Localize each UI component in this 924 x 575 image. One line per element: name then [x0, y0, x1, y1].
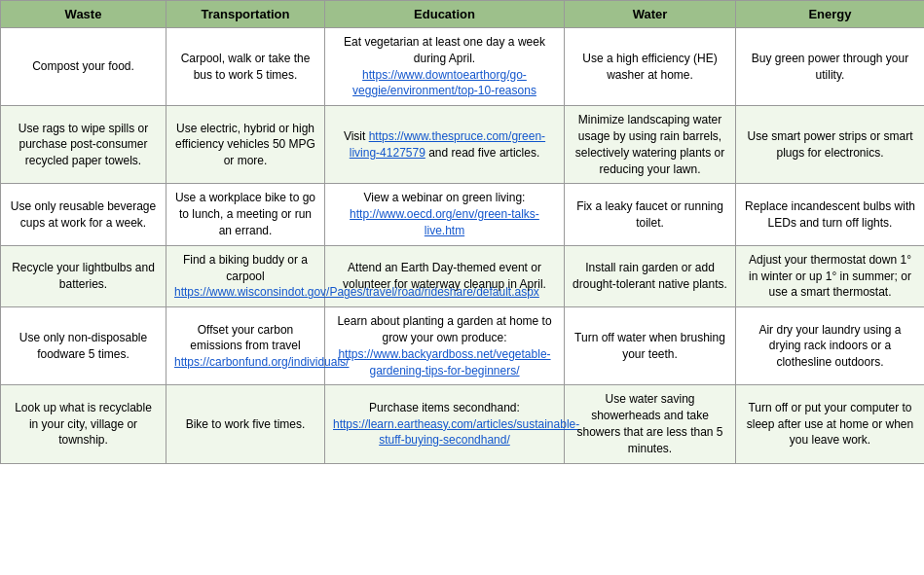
- education-link[interactable]: https://www.thespruce.com/green-living-4…: [350, 129, 545, 160]
- cell-waste: Use only reusable beverage cups at work …: [1, 184, 166, 245]
- table-row: Recycle your lightbulbs and batteries.Fi…: [1, 245, 925, 306]
- cell-water: Use water saving showerheads and take sh…: [565, 385, 736, 463]
- cell-waste: Use only non-disposable foodware 5 times…: [1, 307, 166, 385]
- cell-water: Use a high efficiency (HE) washer at hom…: [565, 28, 736, 106]
- cell-water: Turn off water when brushing your teeth.: [565, 307, 736, 385]
- cell-energy: Use smart power strips or smart plugs fo…: [736, 106, 925, 184]
- cell-education: View a webinar on green living:http://ww…: [325, 184, 565, 245]
- table-row: Use only non-disposable foodware 5 times…: [1, 307, 925, 385]
- cell-waste: Use rags to wipe spills or purchase post…: [1, 106, 166, 184]
- header-energy: Energy: [736, 1, 925, 28]
- cell-waste: Recycle your lightbulbs and batteries.: [1, 245, 166, 306]
- cell-water: Fix a leaky faucet or running toilet.: [565, 184, 736, 245]
- table-row: Look up what is recyclable in your city,…: [1, 385, 925, 463]
- cell-energy: Replace incandescent bulbs with LEDs and…: [736, 184, 925, 245]
- header-water: Water: [565, 1, 736, 28]
- cell-water: Minimize landscaping water usage by usin…: [565, 106, 736, 184]
- cell-education: Eat vegetarian at least one day a week d…: [325, 28, 565, 106]
- cell-transportation: Find a biking buddy or a carpoolhttps://…: [166, 245, 325, 306]
- cell-education: Learn about planting a garden at home to…: [325, 307, 565, 385]
- cell-transportation: Use electric, hybrid or high efficiency …: [166, 106, 325, 184]
- education-link[interactable]: https://www.downtoearthorg/go-veggie/env…: [352, 68, 536, 98]
- cell-energy: Buy green power through your utility.: [736, 28, 925, 106]
- header-education: Education: [325, 1, 565, 28]
- cell-transportation: Carpool, walk or take the bus to work 5 …: [166, 28, 325, 106]
- cell-education: Visit https://www.thespruce.com/green-li…: [325, 106, 565, 184]
- cell-transportation: Use a workplace bike to go to lunch, a m…: [166, 184, 325, 245]
- header-row: Waste Transportation Education Water Ene…: [1, 1, 925, 28]
- transportation-link[interactable]: https://carbonfund.org/individuals/: [174, 355, 349, 369]
- table-row: Compost your food.Carpool, walk or take …: [1, 28, 925, 106]
- main-table: Waste Transportation Education Water Ene…: [0, 0, 924, 464]
- education-link[interactable]: https://www.backyardboss.net/vegetable-g…: [338, 347, 550, 377]
- cell-waste: Look up what is recyclable in your city,…: [1, 385, 166, 463]
- header-waste: Waste: [1, 1, 166, 28]
- table-row: Use only reusable beverage cups at work …: [1, 184, 925, 245]
- cell-transportation: Bike to work five times.: [166, 385, 325, 463]
- cell-energy: Turn off or put your computer to sleep a…: [736, 385, 925, 463]
- cell-waste: Compost your food.: [1, 28, 166, 106]
- header-transportation: Transportation: [166, 1, 325, 28]
- cell-education: Purchase items secondhand:https://learn.…: [325, 385, 565, 463]
- education-link[interactable]: http://www.oecd.org/env/green-talks-live…: [350, 207, 539, 237]
- cell-transportation: Offset your carbon emissions from travel…: [166, 307, 325, 385]
- education-link[interactable]: https://learn.eartheasy.com/articles/sus…: [333, 417, 579, 448]
- cell-water: Install rain garden or add drought-toler…: [565, 245, 736, 306]
- table-row: Use rags to wipe spills or purchase post…: [1, 106, 925, 184]
- cell-energy: Adjust your thermostat down 1° in winter…: [736, 245, 925, 306]
- cell-energy: Air dry your laundry using a drying rack…: [736, 307, 925, 385]
